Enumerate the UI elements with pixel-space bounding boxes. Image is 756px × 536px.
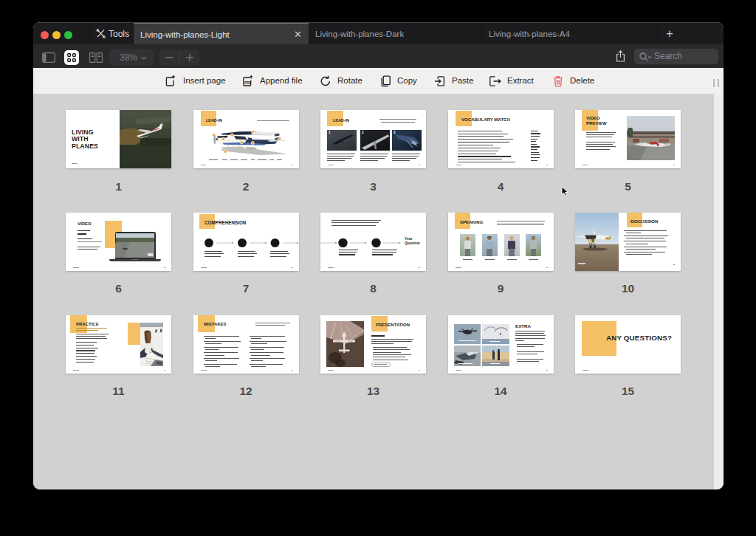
svg-text:PDF: PDF	[244, 81, 251, 85]
